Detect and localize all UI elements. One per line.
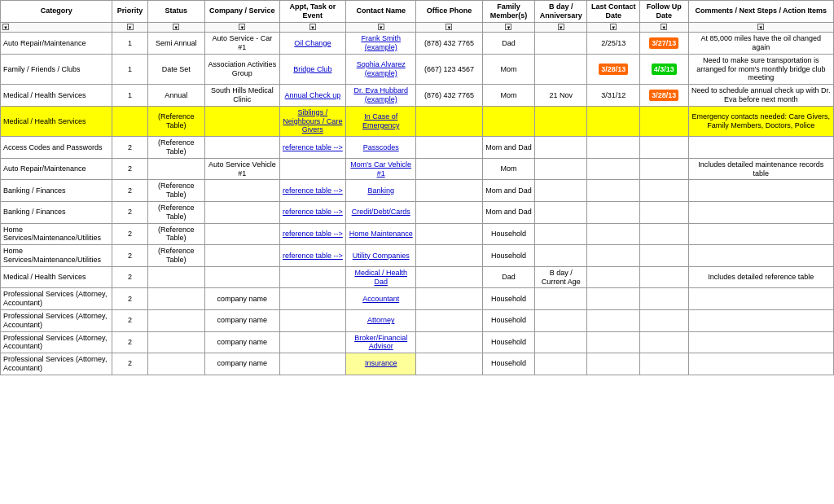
- cell-family: Mom and Dad: [482, 137, 535, 159]
- main-table: Category Priority Status Company / Servi…: [0, 0, 834, 375]
- cell-contact[interactable]: Credit/Debt/Cards: [345, 201, 416, 223]
- cell-priority: 2: [112, 180, 147, 202]
- cell-contact[interactable]: Attorney: [345, 309, 416, 331]
- cell-phone: [416, 158, 482, 180]
- cell-contact[interactable]: Banking: [345, 180, 416, 202]
- cell-appt[interactable]: [279, 309, 345, 331]
- filter-contact[interactable]: ▼: [345, 22, 416, 33]
- cell-contact[interactable]: Utility Companies: [345, 245, 416, 267]
- cell-company: South Hills Medical Clinic: [204, 85, 279, 107]
- cell-bday: [535, 54, 587, 84]
- cell-priority: 1: [112, 85, 147, 107]
- cell-appt[interactable]: [279, 266, 345, 288]
- filter-priority[interactable]: ▼: [112, 22, 147, 33]
- cell-lastcontact: [587, 353, 640, 375]
- cell-appt[interactable]: Siblings / Neighbours / Care Givers: [279, 106, 345, 136]
- cell-appt[interactable]: [279, 353, 345, 375]
- cell-bday: [535, 158, 587, 180]
- filter-comments[interactable]: ▼: [688, 22, 833, 33]
- cell-comments: Emergency contacts needed: Care Givers, …: [688, 106, 833, 136]
- table-row: Professional Services (Attorney, Account…: [1, 288, 834, 310]
- cell-category: Medical / Health Services: [1, 85, 112, 107]
- cell-appt[interactable]: reference table -->: [279, 223, 345, 245]
- cell-comments: [688, 288, 833, 310]
- cell-phone: [416, 201, 482, 223]
- cell-appt[interactable]: Bridge Club: [279, 54, 345, 84]
- cell-category: Professional Services (Attorney, Account…: [1, 353, 112, 375]
- cell-bday: [535, 288, 587, 310]
- cell-company: [204, 201, 279, 223]
- filter-category[interactable]: ▼: [1, 22, 112, 33]
- cell-appt[interactable]: [279, 331, 345, 353]
- cell-company: [204, 137, 279, 159]
- cell-appt[interactable]: reference table -->: [279, 137, 345, 159]
- cell-contact[interactable]: Medical / Health Dad: [345, 266, 416, 288]
- filter-family[interactable]: ▼: [482, 22, 535, 33]
- cell-category: Banking / Finances: [1, 180, 112, 202]
- cell-contact[interactable]: Frank Smith (example): [345, 33, 416, 55]
- table-body: Auto Repair/Maintenance1Semi AnnualAuto …: [1, 33, 834, 375]
- cell-contact[interactable]: In Case of Emergency: [345, 106, 416, 136]
- cell-category: Medical / Health Services: [1, 106, 112, 136]
- cell-family: Household: [482, 288, 535, 310]
- cell-contact[interactable]: Mom's Car Vehicle #1: [345, 158, 416, 180]
- cell-category: Professional Services (Attorney, Account…: [1, 288, 112, 310]
- cell-comments: [688, 201, 833, 223]
- cell-family: Mom: [482, 85, 535, 107]
- cell-followup: [640, 223, 688, 245]
- cell-contact[interactable]: Insurance: [345, 353, 416, 375]
- cell-lastcontact: 3/28/13: [587, 54, 640, 84]
- cell-lastcontact: [587, 106, 640, 136]
- cell-followup: [640, 137, 688, 159]
- cell-family: Household: [482, 245, 535, 267]
- cell-status: (Reference Table): [147, 106, 204, 136]
- table-row: Banking / Finances2(Reference Table)refe…: [1, 201, 834, 223]
- cell-contact[interactable]: Passcodes: [345, 137, 416, 159]
- cell-family: Mom and Dad: [482, 180, 535, 202]
- cell-category: Family / Friends / Clubs: [1, 54, 112, 84]
- table-row: Professional Services (Attorney, Account…: [1, 353, 834, 375]
- cell-status: [147, 266, 204, 288]
- cell-contact[interactable]: Home Maintenance: [345, 223, 416, 245]
- cell-followup: [640, 158, 688, 180]
- filter-followup[interactable]: ▼: [640, 22, 688, 33]
- cell-followup: [640, 266, 688, 288]
- cell-status: [147, 309, 204, 331]
- cell-phone: [416, 353, 482, 375]
- cell-lastcontact: [587, 288, 640, 310]
- cell-appt[interactable]: [279, 288, 345, 310]
- cell-appt[interactable]: reference table -->: [279, 245, 345, 267]
- cell-category: Medical / Health Services: [1, 266, 112, 288]
- filter-company[interactable]: ▼: [204, 22, 279, 33]
- cell-contact[interactable]: Broker/Financial Advisor: [345, 331, 416, 353]
- cell-priority: 1: [112, 54, 147, 84]
- cell-appt[interactable]: [279, 158, 345, 180]
- cell-comments: Need to schedule annual check up with Dr…: [688, 85, 833, 107]
- cell-comments: [688, 331, 833, 353]
- cell-contact[interactable]: Accountant: [345, 288, 416, 310]
- cell-status: [147, 331, 204, 353]
- cell-company: [204, 245, 279, 267]
- table-header: Category Priority Status Company / Servi…: [1, 1, 834, 23]
- filter-lastcontact[interactable]: ▼: [587, 22, 640, 33]
- cell-status: (Reference Table): [147, 201, 204, 223]
- filter-status[interactable]: ▼: [147, 22, 204, 33]
- cell-appt[interactable]: Annual Check up: [279, 85, 345, 107]
- filter-appt[interactable]: ▼: [279, 22, 345, 33]
- table-row: Home Services/Maintenance/Utilities2(Ref…: [1, 245, 834, 267]
- cell-contact[interactable]: Sophia Alvarez (example): [345, 54, 416, 84]
- cell-appt[interactable]: reference table -->: [279, 180, 345, 202]
- cell-comments: At 85,000 miles have the oil changed aga…: [688, 33, 833, 55]
- filter-bday[interactable]: ▼: [535, 22, 587, 33]
- cell-company: Association Activities Group: [204, 54, 279, 84]
- cell-lastcontact: [587, 223, 640, 245]
- header-contact: Contact Name: [345, 1, 416, 23]
- cell-category: Banking / Finances: [1, 201, 112, 223]
- cell-family: Dad: [482, 33, 535, 55]
- cell-appt[interactable]: Oil Change: [279, 33, 345, 55]
- cell-contact[interactable]: Dr. Eva Hubbard (example): [345, 85, 416, 107]
- filter-phone[interactable]: ▼: [416, 22, 482, 33]
- cell-category: Auto Repair/Maintenance: [1, 33, 112, 55]
- cell-phone: [416, 180, 482, 202]
- cell-appt[interactable]: reference table -->: [279, 201, 345, 223]
